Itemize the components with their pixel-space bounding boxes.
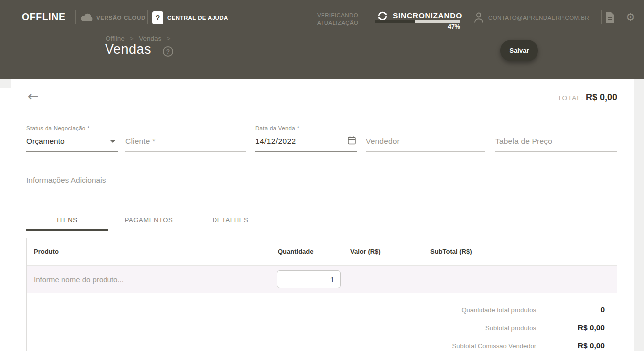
vendedor-label-spacer: [366, 125, 485, 131]
totals-label: Subtotal Comissão Vendedor: [452, 342, 536, 350]
sync-progress-percent: 47%: [426, 23, 460, 30]
totals-label: Subtotal produtos: [485, 324, 536, 332]
cliente-field: [125, 125, 246, 152]
breadcrumb-vendas[interactable]: Vendas: [139, 35, 161, 42]
table-row-divider: [27, 293, 617, 293]
product-name-input[interactable]: [34, 266, 263, 293]
tab-bar: ITENS PAGAMENTOS DETALHES: [26, 214, 617, 230]
chevron-right-icon: >: [130, 35, 134, 42]
status-negociacao-field: Status da Negociação * Orçamento: [26, 125, 118, 152]
help-badge-glyph: ?: [156, 14, 160, 22]
save-button[interactable]: Salvar: [500, 40, 538, 61]
column-subtotal: SubTotal (R$): [430, 238, 472, 265]
product-entry-row: [27, 266, 617, 293]
page-help-glyph: ?: [166, 48, 170, 55]
breadcrumb-offline[interactable]: Offline: [106, 35, 125, 42]
tabela-preco-input[interactable]: [495, 135, 617, 148]
totals-label: Quantidade total produtos: [461, 306, 536, 314]
tab-detalhes[interactable]: DETALHES: [190, 214, 271, 230]
help-badge-icon[interactable]: ?: [152, 11, 163, 24]
cliente-label-spacer: [125, 125, 246, 131]
total-label: TOTAL:: [557, 94, 583, 102]
tab-pagamentos[interactable]: PAGAMENTOS: [108, 214, 190, 230]
total-value: R$ 0,00: [586, 92, 617, 102]
chevron-down-icon: [110, 140, 115, 143]
app-header: OFFLINE VERSÃO CLOUD ? CENTRAL DE AJUDA …: [0, 0, 644, 79]
cliente-input[interactable]: [125, 135, 246, 148]
header-divider: [601, 10, 602, 24]
column-valor: Valor (R$): [350, 238, 381, 265]
back-arrow-button[interactable]: ←: [28, 89, 39, 104]
settings-gear-icon[interactable]: ⚙: [626, 11, 635, 23]
data-venda-input[interactable]: [255, 135, 348, 148]
checking-update-line1: VERIFICANDO: [317, 12, 358, 19]
status-negociacao-select[interactable]: Orçamento: [26, 135, 118, 148]
totals-value: 0: [600, 305, 605, 314]
calendar-icon[interactable]: [348, 136, 356, 147]
totals-value: R$ 0,00: [578, 341, 605, 350]
status-negociacao-value: Orçamento: [26, 137, 65, 146]
header-divider: [147, 10, 148, 24]
tab-itens[interactable]: ITENS: [26, 214, 108, 230]
offline-label: OFFLINE: [22, 11, 66, 23]
central-ajuda-button[interactable]: CENTRAL DE AJUDA: [167, 15, 228, 21]
scrollbar-corner: [0, 79, 11, 88]
vendas-screen: OFFLINE VERSÃO CLOUD ? CENTRAL DE AJUDA …: [0, 0, 644, 351]
page-help-icon[interactable]: ?: [163, 46, 173, 57]
tabela-preco-label-spacer: [495, 125, 617, 131]
order-total: TOTAL: R$ 0,00: [557, 92, 617, 103]
items-table: Produto Quantidade Valor (R$) SubTotal (…: [26, 238, 617, 351]
status-negociacao-label: Status da Negociação *: [26, 125, 118, 131]
header-divider: [75, 10, 76, 24]
data-venda-label: Data da Venda *: [255, 125, 357, 131]
active-tab-indicator: [26, 229, 108, 231]
vendedor-input[interactable]: [366, 135, 485, 148]
column-produto: Produto: [34, 238, 59, 265]
chevron-right-icon: >: [167, 35, 170, 42]
page-title: Vendas: [105, 42, 151, 57]
cloud-icon: [80, 13, 94, 24]
informacoes-adicionais-field: [26, 173, 617, 198]
account-email[interactable]: CONTATO@APRENDAERP.COM.BR: [488, 15, 589, 21]
informacoes-adicionais-input[interactable]: [26, 173, 617, 188]
tabela-preco-field: [495, 125, 617, 152]
sync-progress-bar: [375, 20, 460, 23]
column-quantidade: Quantidade: [278, 238, 314, 265]
user-icon: [473, 12, 484, 26]
vendedor-field: [366, 125, 485, 152]
versao-cloud-button[interactable]: VERSÃO CLOUD: [96, 15, 146, 21]
quantity-input[interactable]: [277, 270, 341, 288]
totals-value: R$ 0,00: [578, 323, 605, 332]
breadcrumb: Offline > Vendas >: [106, 35, 174, 42]
checking-update-line2: ATUALIZAÇÃO: [317, 19, 358, 27]
sync-status-label: SINCRONIZANDO: [393, 11, 462, 20]
sync-progress-fill: [375, 20, 415, 23]
checking-update-status: VERIFICANDO ATUALIZAÇÃO: [317, 12, 358, 27]
vertical-scrollbar[interactable]: [634, 79, 644, 351]
data-venda-field: Data da Venda *: [255, 125, 357, 152]
document-icon[interactable]: [606, 12, 614, 25]
